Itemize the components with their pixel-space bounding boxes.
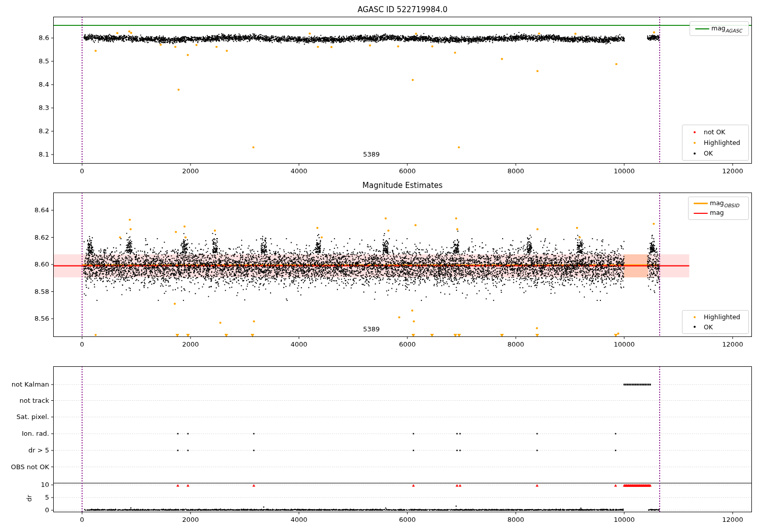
legend-label: OK	[704, 149, 713, 157]
ok-marker-icon	[686, 326, 704, 328]
legend-item-highlighted: Highlighted	[686, 312, 745, 322]
legend-label: magAGASC	[711, 24, 742, 33]
x-tick-label: 12000	[716, 340, 749, 348]
mag-line-sample	[692, 213, 710, 214]
obsid-annotation-middle: 5389	[354, 325, 389, 333]
legend-label: Highlighted	[704, 313, 740, 321]
ok-marker-icon	[686, 153, 704, 155]
x-tick-label: 0	[66, 340, 98, 348]
x-tick-label: 10000	[608, 167, 640, 175]
dr-tick-label: 0	[34, 506, 49, 514]
x-tick-label: 0	[66, 516, 98, 523]
mag-agasc-line-sample	[693, 28, 711, 29]
x-tick-label: 12000	[716, 167, 749, 175]
x-tick-label: 8000	[500, 516, 532, 523]
legend-item-mag: mag	[692, 208, 745, 218]
x-tick-label: 2000	[174, 167, 207, 175]
y-tick-label: 8.56	[25, 315, 49, 322]
y-tick-label: 8.5	[25, 57, 49, 65]
x-tick-label: 10000	[608, 340, 640, 348]
flag-row-label: Ion. rad.	[1, 430, 49, 437]
flag-row-label: OBS not OK	[1, 463, 49, 471]
x-tick-label: 10000	[608, 516, 640, 523]
dr-axis-label: dr	[25, 492, 33, 505]
x-tick-label: 8000	[500, 340, 532, 348]
y-tick-label: 8.2	[25, 127, 49, 135]
legend-item-mag-obsid: magOBSID	[692, 199, 745, 208]
legend-label: magOBSID	[710, 199, 739, 208]
legend-item-not-ok: not OK	[686, 127, 745, 137]
legend-item-ok: OK	[686, 322, 745, 332]
x-tick-label: 6000	[391, 167, 424, 175]
legend-item-mag-agasc: magAGASC	[693, 23, 745, 34]
highlighted-marker-icon	[686, 316, 704, 318]
x-tick-label: 6000	[391, 516, 424, 523]
flag-row-label: Sat. pixel.	[1, 413, 49, 421]
middle-plot-title: Magnitude Estimates	[53, 181, 752, 190]
plot-canvas	[0, 0, 760, 532]
mag-obsid-line-sample	[692, 203, 710, 204]
legend-middle-markers: Highlighted OK	[682, 310, 749, 334]
legend-mag-lines: magOBSID mag	[688, 197, 749, 220]
x-tick-label: 6000	[391, 340, 424, 348]
legend-label: mag	[710, 209, 724, 218]
legend-item-ok: OK	[686, 148, 745, 159]
x-tick-label: 8000	[500, 167, 532, 175]
obsid-annotation-top: 5389	[354, 150, 389, 158]
y-tick-label: 8.64	[25, 206, 49, 214]
y-tick-label: 8.3	[25, 104, 49, 111]
legend-label: not OK	[704, 128, 725, 136]
not-ok-marker-icon	[686, 131, 704, 133]
flag-row-label: dr > 5	[1, 446, 49, 454]
legend-top-markers: not OK Highlighted OK	[682, 125, 749, 161]
dr-tick-label: 10	[34, 481, 49, 488]
x-tick-label: 2000	[174, 340, 207, 348]
x-tick-label: 2000	[174, 516, 207, 523]
x-tick-label: 4000	[283, 340, 315, 348]
legend-mag-agasc: magAGASC	[690, 21, 749, 36]
y-tick-label: 8.6	[25, 34, 49, 42]
x-tick-label: 4000	[283, 167, 315, 175]
legend-label: OK	[704, 323, 713, 331]
y-tick-label: 8.4	[25, 81, 49, 88]
x-tick-label: 12000	[716, 516, 749, 523]
y-tick-label: 8.60	[25, 260, 49, 268]
figure: AGASC ID 522719984.0 Magnitude Estimates…	[0, 0, 760, 532]
x-tick-label: 0	[66, 167, 98, 175]
highlighted-marker-icon	[686, 142, 704, 144]
legend-item-highlighted: Highlighted	[686, 137, 745, 148]
flag-row-label: not track	[1, 397, 49, 404]
x-tick-label: 4000	[283, 516, 315, 523]
dr-tick-label: 5	[34, 493, 49, 501]
y-tick-label: 8.1	[25, 150, 49, 158]
y-tick-label: 8.58	[25, 288, 49, 295]
top-plot-title: AGASC ID 522719984.0	[53, 5, 752, 14]
legend-label: Highlighted	[704, 139, 740, 146]
flag-row-label: not Kalman	[1, 381, 49, 388]
y-tick-label: 8.62	[25, 234, 49, 241]
